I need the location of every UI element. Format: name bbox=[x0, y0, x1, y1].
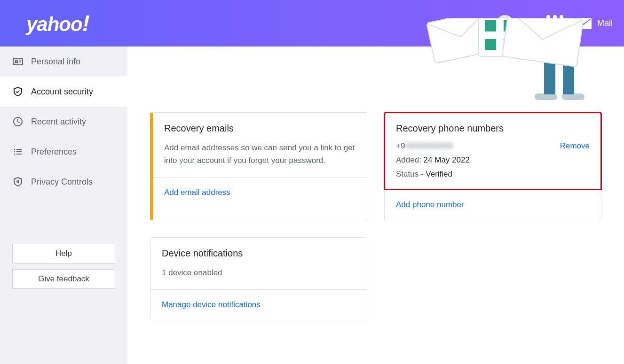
svg-rect-17 bbox=[563, 56, 574, 94]
sidebar-item-account-security[interactable]: Account security bbox=[0, 77, 127, 107]
sidebar-label: Preferences bbox=[31, 147, 77, 157]
phone-number: +9XXXXXXXXX bbox=[396, 141, 453, 151]
id-card-icon bbox=[12, 56, 24, 67]
sidebar-item-personal-info[interactable]: Personal info bbox=[0, 46, 127, 77]
manage-device-link[interactable]: Manage device notifications bbox=[162, 300, 261, 309]
device-notifications-card: Device notifications 1 device enabled Ma… bbox=[150, 237, 367, 320]
card-title: Recovery phone numbers bbox=[396, 123, 590, 134]
remove-phone-link[interactable]: Remove bbox=[560, 141, 590, 151]
svg-rect-15 bbox=[562, 93, 585, 100]
sidebar-label: Privacy Controls bbox=[31, 177, 93, 187]
svg-rect-25 bbox=[510, 46, 515, 50]
svg-point-9 bbox=[14, 154, 16, 155]
sidebar-item-privacy-controls[interactable]: Privacy Controls bbox=[0, 167, 127, 197]
sidebar-item-preferences[interactable]: Preferences bbox=[0, 137, 127, 167]
svg-rect-16 bbox=[544, 56, 555, 94]
add-phone-link[interactable]: Add phone number bbox=[396, 200, 464, 209]
avatar-icon bbox=[497, 15, 513, 32]
recovery-emails-card: Recovery emails Add email addresses so w… bbox=[150, 112, 367, 220]
sidebar: Personal info Account security Recent ac… bbox=[0, 46, 127, 364]
recovery-phones-card: Recovery phone numbers +9XXXXXXXXX Remov… bbox=[384, 112, 601, 190]
svg-point-0 bbox=[504, 20, 507, 23]
card-title: Device notifications bbox=[162, 248, 355, 259]
clock-icon bbox=[12, 116, 24, 127]
add-phone-card: Add phone number bbox=[384, 190, 601, 220]
help-button[interactable]: Help bbox=[12, 244, 115, 263]
mail-icon bbox=[576, 18, 592, 29]
device-summary: 1 device enabled bbox=[162, 266, 355, 279]
list-icon bbox=[12, 146, 24, 157]
shield-icon bbox=[12, 86, 24, 97]
shield-gear-icon bbox=[12, 176, 24, 187]
sidebar-label: Account security bbox=[31, 87, 93, 97]
phone-status: Status - Verified bbox=[396, 170, 590, 179]
header: yahoo! User Mail bbox=[0, 0, 624, 46]
username: User bbox=[518, 19, 534, 28]
phone-added: Added: 24 May 2022 bbox=[396, 155, 590, 165]
mail-link[interactable]: Mail bbox=[576, 18, 613, 29]
card-desc: Add email addresses so we can send you a… bbox=[164, 141, 355, 167]
card-title: Recovery emails bbox=[164, 123, 355, 134]
account-menu[interactable]: User bbox=[497, 15, 534, 32]
sidebar-label: Personal info bbox=[31, 57, 80, 67]
svg-rect-14 bbox=[535, 93, 557, 100]
apps-grid-icon[interactable] bbox=[546, 15, 563, 32]
add-email-link[interactable]: Add email address bbox=[164, 188, 230, 197]
svg-point-7 bbox=[14, 149, 16, 150]
logo[interactable]: yahoo! bbox=[26, 10, 89, 36]
sidebar-item-recent-activity[interactable]: Recent activity bbox=[0, 107, 127, 137]
svg-point-8 bbox=[14, 151, 16, 153]
mail-label: Mail bbox=[597, 18, 613, 28]
feedback-button[interactable]: Give feedback bbox=[12, 269, 115, 289]
sidebar-label: Recent activity bbox=[31, 117, 86, 127]
content: Recovery emails Add email addresses so w… bbox=[127, 46, 624, 364]
